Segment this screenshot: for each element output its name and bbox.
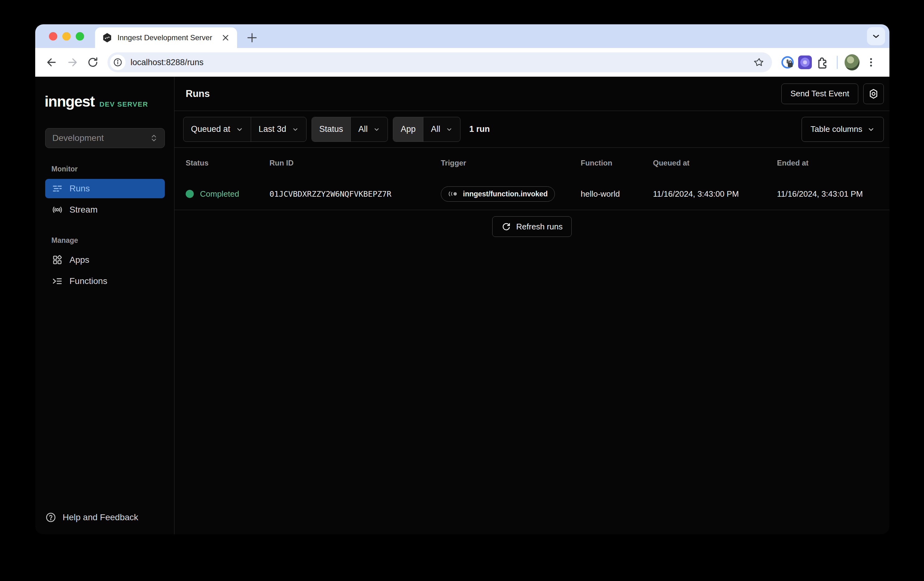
status-filter-label: Status	[312, 117, 351, 142]
site-info-icon[interactable]	[110, 55, 125, 70]
section-label-manage: Manage	[51, 236, 174, 245]
run-id: 01JCVBDXRZZY2W6NQFVKBEPZ7R	[269, 190, 441, 199]
page-title: Runs	[186, 88, 210, 99]
app-filter-control: App All	[393, 117, 460, 142]
time-field-dropdown[interactable]: Queued at	[183, 117, 251, 142]
time-range-dropdown[interactable]: Last 3d	[251, 117, 306, 142]
section-label-monitor: Monitor	[51, 165, 174, 173]
page-header: Runs Send Test Event	[175, 77, 889, 111]
sidebar-item-label: Stream	[69, 205, 97, 215]
environment-select[interactable]: Development	[45, 128, 165, 148]
help-label: Help and Feedback	[63, 512, 138, 522]
window-minimize-button[interactable]	[62, 32, 71, 41]
chevron-down-icon	[236, 126, 243, 133]
app-filter-label: App	[393, 117, 423, 142]
browser-toolbar: localhost:8288/runs	[35, 48, 889, 77]
new-tab-button[interactable]	[246, 29, 264, 47]
profile-avatar[interactable]	[845, 55, 860, 70]
dev-server-badge: DEV SERVER	[99, 100, 148, 108]
time-filter-control: Queued at Last 3d	[183, 117, 307, 142]
extensions-puzzle-icon[interactable]	[815, 55, 830, 70]
status-filter-value: All	[358, 124, 368, 134]
trigger-event-badge[interactable]: inngest/function.invoked	[441, 186, 555, 202]
sidebar-item-stream[interactable]: Stream	[45, 200, 165, 219]
run-count: 1 run	[469, 124, 490, 134]
app-content: inngest DEV SERVER Development Monitor R…	[35, 77, 889, 534]
chevron-down-icon	[867, 126, 875, 133]
run-table-row[interactable]: Completed 01JCVBDXRZZY2W6NQFVKBEPZ7R inn…	[175, 178, 889, 210]
refresh-icon	[501, 222, 511, 232]
table-header: Status Run ID Trigger Function Queued at…	[175, 148, 889, 178]
column-header-trigger: Trigger	[441, 159, 581, 167]
run-queued-at: 11/16/2024, 3:43:00 PM	[653, 189, 777, 199]
refresh-runs-label: Refresh runs	[516, 222, 563, 232]
sidebar-item-runs[interactable]: Runs	[45, 179, 165, 198]
sidebar: inngest DEV SERVER Development Monitor R…	[35, 77, 175, 534]
apps-icon	[52, 255, 63, 265]
refresh-runs-button[interactable]: Refresh runs	[492, 216, 572, 237]
browser-window: Inngest Development Server	[35, 24, 889, 534]
run-status: Completed	[200, 189, 239, 199]
trigger-event-name: inngest/function.invoked	[463, 190, 548, 198]
tab-search-chevron-icon[interactable]	[867, 27, 885, 45]
address-bar[interactable]: localhost:8288/runs	[107, 52, 772, 72]
browser-tab[interactable]: Inngest Development Server	[95, 27, 237, 48]
send-test-event-button[interactable]: Send Test Event	[781, 84, 858, 104]
desktop-background: Inngest Development Server	[0, 0, 924, 581]
filter-bar: Queued at Last 3d	[175, 111, 889, 148]
run-function: hello-world	[581, 189, 653, 199]
window-controls	[49, 24, 84, 48]
settings-button[interactable]	[863, 84, 884, 104]
sidebar-item-apps[interactable]: Apps	[45, 250, 165, 270]
status-dot-completed	[186, 190, 194, 198]
time-range-value: Last 3d	[259, 124, 286, 134]
table-columns-label: Table columns	[810, 124, 862, 134]
status-filter-dropdown[interactable]: All	[350, 117, 388, 142]
inngest-logo: inngest	[45, 93, 94, 110]
column-header-run-id: Run ID	[269, 159, 441, 167]
chevron-down-icon	[446, 126, 453, 133]
forward-button[interactable]	[63, 53, 81, 71]
functions-icon	[52, 276, 63, 286]
table-columns-button[interactable]: Table columns	[802, 117, 884, 142]
toolbar-divider	[837, 56, 838, 69]
sidebar-item-functions[interactable]: Functions	[45, 271, 165, 291]
run-ended-at: 11/16/2024, 3:43:01 PM	[777, 189, 889, 199]
window-close-button[interactable]	[49, 32, 57, 41]
column-header-status: Status	[186, 159, 269, 167]
select-updown-icon	[150, 133, 158, 143]
help-and-feedback[interactable]: Help and Feedback	[45, 512, 174, 523]
help-icon	[45, 512, 56, 523]
chevron-down-icon	[373, 126, 380, 133]
browser-tab-strip: Inngest Development Server	[35, 24, 889, 48]
reload-button[interactable]	[84, 53, 102, 71]
app-filter-value: All	[431, 124, 440, 134]
sidebar-item-label: Apps	[69, 255, 89, 265]
sidebar-item-label: Functions	[69, 276, 107, 286]
time-field-value: Queued at	[191, 124, 230, 134]
inngest-favicon-icon	[102, 32, 112, 43]
sidebar-item-label: Runs	[69, 184, 90, 194]
tab-close-icon[interactable]	[221, 33, 230, 42]
browser-extension-badge-icon[interactable]	[797, 55, 812, 70]
bookmark-star-icon[interactable]	[754, 57, 764, 68]
back-button[interactable]	[43, 53, 61, 71]
column-header-function: Function	[581, 159, 653, 167]
password-manager-extension-icon[interactable]	[780, 55, 795, 70]
tab-title: Inngest Development Server	[117, 33, 216, 42]
url-text: localhost:8288/runs	[130, 58, 203, 67]
browser-menu-icon[interactable]	[862, 53, 880, 71]
environment-value: Development	[52, 133, 104, 143]
window-zoom-button[interactable]	[76, 32, 84, 41]
column-header-queued-at: Queued at	[653, 159, 777, 167]
event-signal-icon	[448, 190, 459, 198]
column-header-ended-at: Ended at	[777, 159, 889, 167]
main-panel: Runs Send Test Event	[175, 77, 889, 534]
gear-icon	[868, 88, 879, 99]
chevron-down-icon	[292, 126, 299, 133]
status-filter-control: Status All	[312, 117, 388, 142]
runs-icon	[52, 183, 63, 194]
stream-icon	[52, 204, 63, 215]
send-test-event-label: Send Test Event	[790, 89, 849, 98]
app-filter-dropdown[interactable]: All	[423, 117, 460, 142]
